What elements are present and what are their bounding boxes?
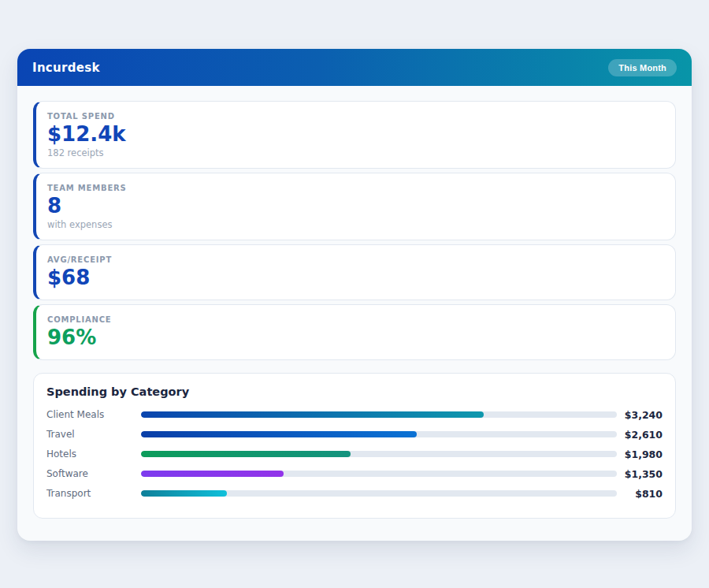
chart-row: Transport $810 [46, 484, 663, 504]
bar-track [141, 490, 617, 497]
bar-track [141, 411, 617, 418]
chart-category-label: Transport [46, 488, 141, 499]
chart-value-label: $1,350 [617, 468, 663, 480]
bar-fill [141, 431, 417, 437]
stat-label: TEAM MEMBERS [47, 184, 663, 192]
chart-row: Hotels $1,980 [46, 445, 663, 464]
chart-category-label: Hotels [46, 448, 141, 460]
bar-track [141, 431, 617, 437]
chart-category-label: Software [46, 468, 141, 479]
bar-fill [141, 451, 351, 457]
stat-card: AVG/RECEIPT $68 [33, 244, 676, 300]
stat-label: TOTAL SPEND [47, 112, 663, 121]
chart-row: Software $1,350 [46, 464, 663, 484]
chart-value-label: $2,610 [617, 429, 663, 441]
stat-subtitle: 182 receipts [47, 147, 663, 158]
chart-value-label: $1,980 [617, 448, 663, 460]
bar-fill [141, 471, 284, 477]
chart-value-label: $810 [617, 488, 663, 500]
stat-label: COMPLIANCE [47, 315, 663, 324]
stat-card: COMPLIANCE 96% [33, 304, 676, 360]
stat-card: TOTAL SPEND $12.4k 182 receipts [33, 101, 676, 169]
dashboard-card: Incurdesk This Month TOTAL SPEND $12.4k … [17, 49, 692, 541]
page-background: { "header": { "app_title": "Incurdesk", … [0, 0, 709, 588]
chart-row: Client Meals $3,240 [46, 405, 663, 425]
chart-rows: Client Meals $3,240 Travel $2,610 Hotels… [46, 405, 663, 504]
stat-label: AVG/RECEIPT [47, 255, 663, 264]
bar-track [141, 471, 617, 477]
chart-row: Travel $2,610 [46, 425, 663, 445]
stat-subtitle: with expenses [47, 219, 663, 230]
stat-card: TEAM MEMBERS 8 with expenses [33, 173, 676, 240]
bar-fill [141, 411, 484, 418]
stat-value: $12.4k [47, 123, 663, 147]
bar-track [141, 451, 617, 457]
app-title: Incurdesk [32, 61, 100, 75]
app-header: Incurdesk This Month [17, 49, 692, 86]
chart-category-label: Travel [46, 429, 141, 440]
period-badge[interactable]: This Month [608, 59, 677, 76]
bar-fill [141, 490, 227, 497]
spending-chart-card: Spending by Category Client Meals $3,240… [33, 373, 676, 519]
dashboard-body: TOTAL SPEND $12.4k 182 receipts TEAM MEM… [17, 86, 692, 537]
stat-value: 96% [47, 326, 663, 350]
chart-category-label: Client Meals [46, 409, 141, 420]
chart-value-label: $3,240 [617, 409, 663, 421]
stats-list: TOTAL SPEND $12.4k 182 receipts TEAM MEM… [33, 101, 676, 360]
stat-value: $68 [47, 266, 663, 290]
chart-title: Spending by Category [46, 385, 663, 398]
stat-value: 8 [47, 195, 663, 218]
